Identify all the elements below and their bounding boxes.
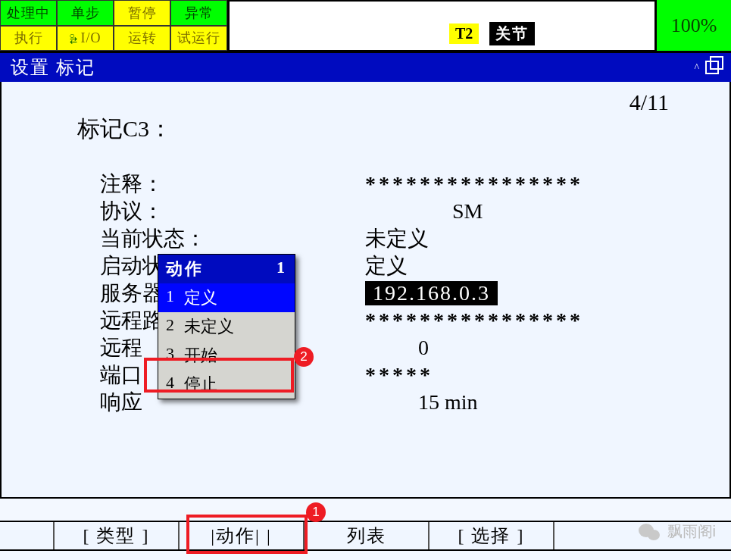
override-percent[interactable]: 100% [655,0,731,51]
top-status-area: 处理中 单步 暂停 异常 执行 ○⇄ I/O 运转 试运行 T2 关节 100% [0,0,731,53]
wechat-watermark: 飘雨阁i [639,521,716,542]
action-popup-count: 1 [276,258,287,280]
action-popup-title: 动作 [166,258,204,280]
title-icons: ^ [694,55,726,76]
status-run[interactable]: 运转 [114,26,170,52]
value-response[interactable]: 15 min [365,390,699,415]
value-remotepath[interactable]: **************** [365,308,699,333]
status-grid: 处理中 单步 暂停 异常 执行 ○⇄ I/O 运转 试运行 [0,0,229,51]
softkey-select[interactable]: [ 选择 ] [430,522,554,549]
row-comment: 注释： **************** [100,171,699,198]
opt-label: 定义 [184,286,217,309]
opt-index: 2 [166,315,177,338]
status-abnormal[interactable]: 异常 [170,0,227,26]
status-io-label: I/O [81,30,102,46]
label-curstate: 当前状态： [100,224,365,253]
value-comment[interactable]: **************** [365,172,699,196]
main-panel: 4/11 标记C3： 注释： **************** 协议： SM 当… [0,82,731,499]
message-area: T2 关节 [229,0,655,51]
page-counter: 4/11 [629,89,669,115]
wechat-name: 飘雨阁i [667,521,716,542]
softkey-type[interactable]: [ 类型 ] [53,522,180,549]
chip-t2: T2 [449,23,479,44]
row-curstate: 当前状态： 未定义 [100,225,699,252]
softkey-list[interactable]: 列表 [305,522,430,549]
status-testrun[interactable]: 试运行 [170,26,227,52]
page-heading: 标记C3： [77,114,699,145]
label-comment: 注释： [100,170,365,199]
mode-chips: T2 关节 [449,22,535,45]
window-title: 设置 标记 [11,55,95,80]
row-protocol: 协议： SM [100,198,699,225]
value-startstate[interactable]: 定义 [365,252,699,280]
status-step[interactable]: 单步 [57,0,114,26]
value-serverip-wrap[interactable]: 192.168.0.3 [365,281,699,305]
io-arrows-icon: ○⇄ [70,33,78,42]
opt-index: 1 [166,286,177,309]
window-title-bar: 设置 标记 ^ [0,53,731,82]
softkey-bar: [ 类型 ] |动作| | 列表 [ 选择 ] [0,521,731,551]
value-remoteport[interactable]: 0 [365,336,699,360]
value-curstate[interactable]: 未定义 [365,224,699,253]
chip-joint: 关节 [489,22,535,45]
opt-label: 未定义 [184,315,234,338]
label-protocol: 协议： [100,197,365,226]
caret-up-icon[interactable]: ^ [694,62,701,74]
annotation-box-2 [144,358,294,393]
status-execute[interactable]: 执行 [0,26,57,52]
value-protocol[interactable]: SM [365,199,699,224]
action-option-define[interactable]: 1定义 [158,283,295,312]
status-pause[interactable]: 暂停 [114,0,170,26]
annotation-badge-1: 1 [306,502,326,522]
status-io[interactable]: ○⇄ I/O [57,26,114,52]
multi-window-icon[interactable] [705,55,726,76]
action-option-undefine[interactable]: 2未定义 [158,312,295,341]
annotation-badge-2: 2 [294,347,314,367]
value-port[interactable]: ***** [365,363,699,387]
action-popup-header: 动作 1 [158,255,295,283]
wechat-icon [639,522,661,542]
value-serverip[interactable]: 192.168.0.3 [365,281,498,305]
annotation-box-1 [186,515,308,554]
status-processing[interactable]: 处理中 [0,0,57,26]
